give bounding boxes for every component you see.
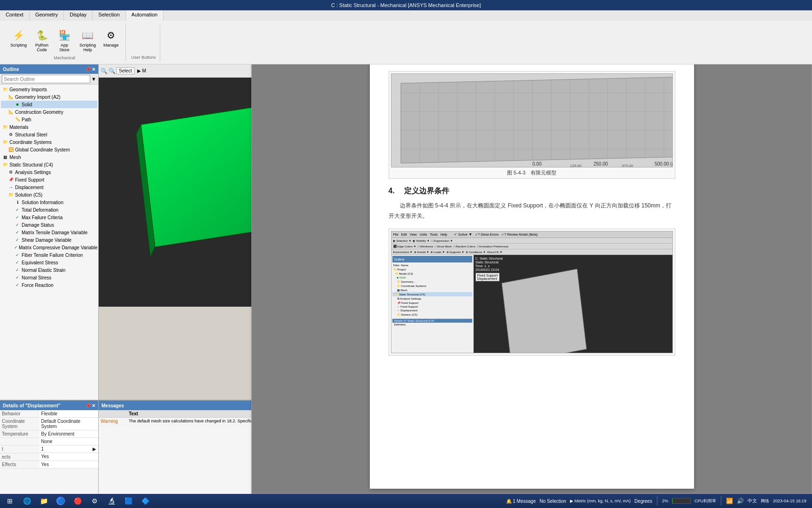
tree-item-equivalent-stress[interactable]: ✓ Equivalent Stress (1, 259, 97, 266)
tree-item-shear-damage[interactable]: ✓ Shear Damage Variable (1, 236, 97, 244)
tree-item-force-reaction[interactable]: ✓ Force Reaction (1, 281, 97, 289)
svg-marker-10 (401, 76, 672, 163)
taskbar-ansys[interactable]: 🔬 (103, 495, 119, 507)
pdf-figure-interface: FileEditViewUnitsToolsHelp ✓ Solve ▼ ✓? … (389, 229, 675, 356)
search-bar: ▼ (0, 74, 98, 85)
title-bar: C : Static Structural - Mechanical [ANSY… (0, 0, 812, 10)
app-store-button[interactable]: 🏪 AppStore (54, 26, 75, 55)
tab-selection[interactable]: Selection (93, 10, 125, 21)
tab-context[interactable]: Context (0, 10, 30, 21)
manage-button[interactable]: ⚙ Manage (101, 26, 122, 55)
steel-icon: ⚙ (8, 131, 14, 138)
normal-stress-icon: ✓ (14, 274, 21, 281)
properties-table: Behavior Flexible Coordinate System Defa… (0, 410, 98, 468)
tab-automation[interactable]: Automation (126, 10, 164, 21)
tree-item-matrix-compressive[interactable]: ✓ Matrix Compressive Damage Variable (1, 244, 97, 251)
python-code-button[interactable]: 🐍 PythonCode (31, 26, 52, 55)
details-close-icon[interactable]: ✕ (92, 403, 95, 408)
taskbar-app5[interactable]: 🔷 (137, 495, 153, 507)
solid-icon: ■ (14, 101, 21, 108)
tree-item-fixed-support[interactable]: 📌 Fixed Support (1, 176, 97, 183)
tab-geometry[interactable]: Geometry (30, 10, 64, 21)
taskbar-system-area: 🔔 1 Message No Selection ▶ Metric (mm, k… (502, 496, 811, 506)
tree-item-normal-elastic-strain[interactable]: ✓ Normal Elastic Strain (1, 266, 97, 274)
displacement-icon: → (8, 184, 14, 190)
scripting-help-button[interactable]: 📖 ScriptingHelp (77, 26, 99, 55)
prop-val-ects[interactable]: Yes (39, 453, 98, 460)
prop-val-coord[interactable]: Default Coordinate System (39, 418, 98, 430)
tree-item-static-structural[interactable]: 📁 Static Structural (C4) (1, 161, 97, 168)
prop-key-behavior: Behavior (0, 410, 39, 418)
taskbar-app1[interactable]: 🔵 (53, 495, 69, 507)
svg-marker-39 (502, 269, 586, 353)
tree-item-materials[interactable]: 📁 Materials (1, 123, 97, 131)
taskbar-start[interactable]: ⊞ (2, 495, 18, 507)
tree-item-structural-steel[interactable]: ⚙ Structural Steel (1, 131, 97, 138)
pdf-page: 0.00 250.00 500.00 (mm) 125.00 375.00 (370, 52, 694, 489)
static-folder-icon: 📁 (2, 161, 8, 168)
outline-pin-icon[interactable]: 📌 (85, 67, 91, 72)
details-pin-icon[interactable]: 📌 (85, 403, 91, 408)
tree-item-normal-stress[interactable]: ✓ Normal Stress (1, 274, 97, 281)
vp-zoom-in-icon[interactable]: 🔍 (101, 68, 108, 74)
metric-icon: ▶ (570, 499, 573, 503)
deformation-icon: ✓ (14, 206, 21, 213)
outline-close-icon[interactable]: ✕ (92, 67, 95, 72)
tree-item-fiber-tensile[interactable]: ✓ Fiber Tensile Failure Criterion (1, 251, 97, 259)
vp-zoom-out-icon[interactable]: 🔍 (109, 68, 116, 74)
tree-item-damage-status[interactable]: ✓ Damage Status (1, 221, 97, 229)
prop-val-temp[interactable]: By Environment (39, 430, 98, 438)
tree-item-construction[interactable]: 📐 Construction Geometry (1, 108, 97, 116)
tree-item-path[interactable]: 📏 Path (1, 116, 97, 123)
python-icon: 🐍 (34, 28, 49, 43)
fiber-tensile-icon: ✓ (14, 252, 21, 258)
tree-item-solution[interactable]: 📁 Solution (C5) (1, 191, 97, 198)
prop-val-t[interactable]: 1 ▶ (39, 445, 98, 453)
analysis-icon: ⚙ (8, 169, 14, 175)
tree-item-solution-info[interactable]: ℹ Solution Information (1, 198, 97, 206)
folder-icon: 📁 (2, 86, 8, 93)
app1-icon: 🔵 (56, 497, 65, 505)
taskbar-files[interactable]: 📁 (36, 495, 52, 507)
tree-item-displacement[interactable]: → Displacement (1, 183, 97, 191)
taskbar-app2[interactable]: 🔴 (70, 495, 86, 507)
search-input[interactable] (2, 75, 90, 83)
tree-item-matrix-tensile[interactable]: ✓ Matrix Tensile Damage Variable (1, 229, 97, 236)
ribbon-tabs: Context Geometry Display Selection Autom… (0, 10, 812, 21)
tree-item-solid[interactable]: ■ Solid (1, 101, 97, 108)
tree-item-global-coord[interactable]: 🔀 Global Coordinate System (1, 146, 97, 153)
ribbon-group-user: User Buttons (128, 24, 160, 62)
fixed-support-icon: 📌 (8, 176, 14, 183)
tab-display[interactable]: Display (64, 10, 93, 21)
search-dropdown-icon[interactable]: ▼ (91, 76, 96, 82)
scripting-button[interactable]: ⚡ Scripting (8, 26, 30, 55)
manage-label: Manage (103, 43, 119, 48)
taskbar-app4[interactable]: 🟦 (120, 495, 136, 507)
scripting-icon: ⚡ (11, 28, 26, 43)
prop-val-effects[interactable]: Yes (39, 460, 98, 468)
tree-item-geometry-imports[interactable]: 📁 Geometry Imports (1, 86, 97, 93)
vp-select-btn[interactable]: Select (117, 67, 134, 74)
taskbar-chrome[interactable]: 🌐 (19, 495, 35, 507)
msg-count[interactable]: 🔔 1 Message (506, 499, 536, 504)
prop-row-coord: Coordinate System Default Coordinate Sys… (0, 418, 98, 430)
cpu-fill (672, 499, 673, 503)
tree-item-coordinate-systems[interactable]: 📁 Coordinate Systems (1, 138, 97, 146)
tree-item-analysis-settings[interactable]: ⚙ Analysis Settings (1, 168, 97, 176)
ribbon-content: ⚡ Scripting 🐍 PythonCode 🏪 AppStore 📖 Sc… (0, 21, 812, 64)
tree-item-max-failure[interactable]: ✓ Max Failure Criteria (1, 214, 97, 221)
prop-val-none[interactable]: None (39, 438, 98, 445)
unit-text: Metric (mm, kg, N, s, mV, mA) (574, 499, 631, 503)
mesh-svg: 0.00 250.00 500.00 (mm) 125.00 375.00 (391, 74, 672, 167)
interface-menu-bar: FileEditViewUnitsToolsHelp ✓ Solve ▼ ✓? … (391, 231, 672, 238)
prop-key-ects: ects (0, 453, 39, 460)
shear-damage-icon: ✓ (14, 237, 21, 243)
equiv-stress-icon: ✓ (14, 259, 21, 266)
taskbar-app3[interactable]: ⚙ (86, 495, 102, 507)
tree-item-total-deformation[interactable]: ✓ Total Deformation (1, 206, 97, 214)
prop-row-none: None (0, 438, 98, 445)
prop-t-arrow[interactable]: ▶ (93, 446, 96, 452)
tree-item-mesh[interactable]: ▦ Mesh (1, 153, 97, 161)
tree-item-geometry-import[interactable]: 📐 Geometry Import (A2) (1, 93, 97, 101)
prop-val-behavior[interactable]: Flexible (39, 410, 98, 418)
